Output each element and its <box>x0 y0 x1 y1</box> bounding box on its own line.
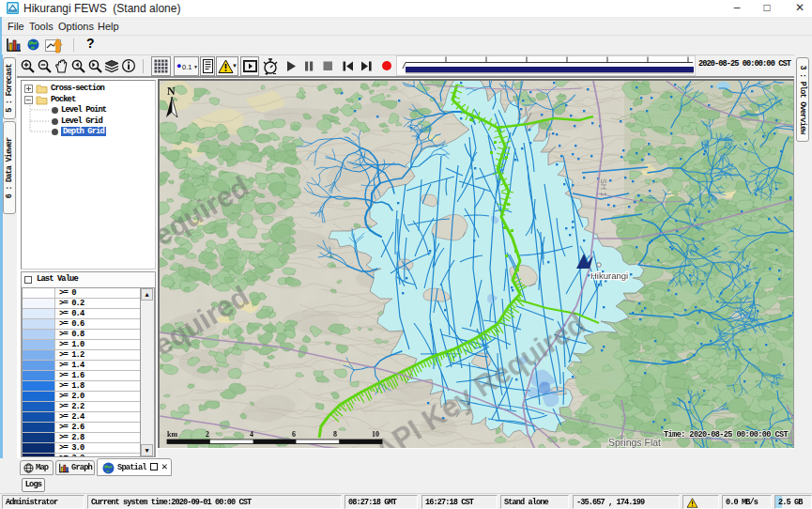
svg-text:Hikurangi: Hikurangi <box>590 270 628 281</box>
svg-text:8: 8 <box>333 430 337 439</box>
svg-text:km: km <box>167 430 177 439</box>
svg-text:SH 1: SH 1 <box>599 178 608 196</box>
svg-text:10: 10 <box>372 430 379 439</box>
svg-text:Time: 2020-08-25 00:00:00 CST: Time: 2020-08-25 00:00:00 CST <box>664 430 789 440</box>
svg-text:Springs Flat: Springs Flat <box>608 437 661 448</box>
svg-text:4: 4 <box>250 430 253 439</box>
svg-text:N: N <box>167 85 176 98</box>
svg-text:6: 6 <box>292 430 296 439</box>
svg-text:2: 2 <box>206 430 209 439</box>
